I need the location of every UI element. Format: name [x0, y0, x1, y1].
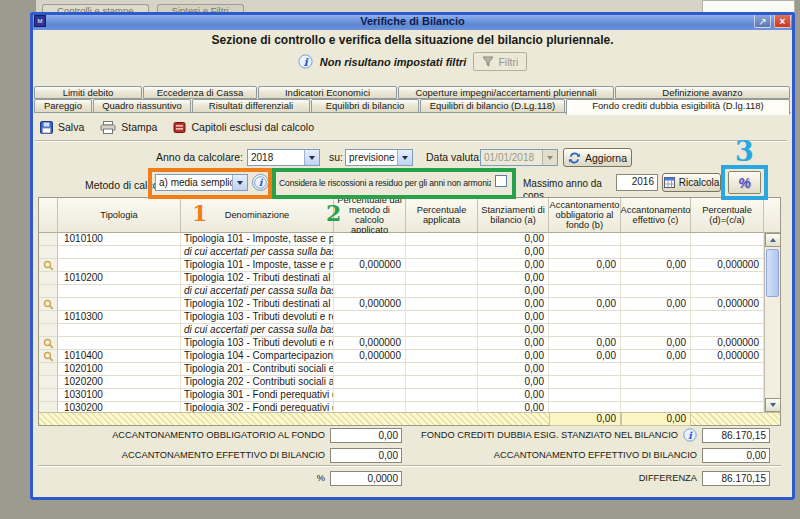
scroll-thumb[interactable]	[766, 249, 779, 297]
verifiche-di-bilancio-window: M Verifiche di Bilancio ↗ × Sezione di c…	[30, 12, 795, 500]
su-select[interactable]: previsione	[345, 149, 413, 166]
summary-value-field[interactable]: 0,00	[330, 428, 402, 443]
ricalcola-button[interactable]: Ricalcola	[662, 173, 721, 192]
value-cell	[621, 285, 691, 298]
tab[interactable]: Equilibri di bilancio (D.Lg.118)	[420, 99, 565, 113]
table-row[interactable]: 1010100Tipologia 101 - Imposte, tasse e …	[39, 233, 764, 246]
table-row[interactable]: di cui accertati per cassa sulla base de…	[39, 246, 764, 259]
column-header[interactable]: Percentuale applicata	[406, 198, 478, 233]
table-row[interactable]: di cui accertati per cassa sulla base de…	[39, 324, 764, 337]
table-row[interactable]: Tipologia 102 - Tributi destinati al fin…	[39, 298, 764, 311]
column-header[interactable]: Percentuale dal metodo di calcolo applic…	[334, 198, 406, 233]
value-cell	[549, 402, 621, 412]
table-row[interactable]: 1020100Tipologia 201 - Contributi social…	[39, 363, 764, 376]
column-header[interactable]: Tipologia	[58, 198, 181, 233]
value-cell	[691, 272, 764, 285]
aggiorna-button[interactable]: Aggiorna	[563, 148, 632, 167]
summary-value-field[interactable]: 0,00	[702, 448, 770, 463]
anno-da-calcolare-select[interactable]: 2018	[247, 149, 320, 166]
filter-status-row: i Non risultano impostati filtri Filtri	[30, 52, 795, 71]
annotation-number-2: 2	[326, 200, 341, 226]
tab[interactable]: Risultati differenziali	[192, 99, 310, 113]
row-icon-cell	[39, 311, 58, 324]
value-cell	[549, 233, 621, 246]
summary-value-field[interactable]: 0,00	[330, 448, 402, 463]
value-cell	[406, 337, 478, 350]
tipologia-cell: 1010100	[58, 233, 181, 246]
denominazione-cell: Tipologia 104 - Compartecipazioni di tri…	[181, 350, 334, 363]
value-cell: 0,00	[621, 298, 691, 311]
tipologia-cell	[58, 298, 181, 311]
value-cell	[334, 376, 406, 389]
value-cell: 0,00	[478, 376, 549, 389]
row-icon-cell	[39, 376, 58, 389]
table-row[interactable]: Tipologia 103 - Tributi devoluti e regol…	[39, 337, 764, 350]
tab[interactable]: Eccedenza di Cassa	[143, 86, 257, 99]
highlight-box-2	[272, 168, 516, 199]
tab[interactable]: Limiti debito	[34, 86, 142, 99]
value-cell	[691, 324, 764, 337]
value-cell	[406, 311, 478, 324]
tab[interactable]: Fondo crediti dubbia esigibilità (D.lg.1…	[566, 99, 790, 115]
value-cell: 0,000000	[691, 337, 764, 350]
scroll-down-button[interactable]	[765, 398, 781, 412]
screen: Controlli e stampeSintesi e Filtri M Ver…	[0, 0, 800, 519]
scroll-up-button[interactable]	[765, 233, 781, 247]
funnel-icon	[482, 56, 494, 67]
value-cell: 0,000000	[691, 350, 764, 363]
magnifier-icon[interactable]	[43, 299, 54, 310]
summary-value-field[interactable]: 86.170,15	[702, 428, 770, 443]
table-row[interactable]: 1030200Tipologia 302 - Fondi perequativi…	[39, 402, 764, 412]
table-row[interactable]: 1010300Tipologia 103 - Tributi devoluti …	[39, 311, 764, 324]
toolbar: Salva Stampa Capitoli esclusi dal calcol…	[40, 116, 330, 138]
value-cell: 0,00	[549, 259, 621, 272]
print-button[interactable]: Stampa	[100, 121, 157, 134]
tab[interactable]: Coperture impegni/accertamenti plurienna…	[398, 86, 614, 99]
row-icon-cell	[39, 272, 58, 285]
table-row[interactable]: 1020200Tipologia 202 - Contributi social…	[39, 376, 764, 389]
table-row[interactable]: 1010200Tipologia 102 - Tributi destinati…	[39, 272, 764, 285]
tab[interactable]: Quadro riassuntivo	[93, 99, 191, 113]
info-icon[interactable]: i	[683, 428, 697, 442]
save-button[interactable]: Salva	[40, 121, 84, 134]
tipologia-cell: 1020100	[58, 363, 181, 376]
fondo-crediti-table: TipologiaDenominazionePercentuale dal me…	[38, 197, 781, 426]
magnifier-icon[interactable]	[43, 260, 54, 271]
column-header[interactable]: Accantonamento obbligatorio al fondo (b)	[549, 198, 621, 233]
value-cell	[549, 246, 621, 259]
vertical-scrollbar[interactable]	[764, 233, 780, 412]
tab[interactable]: Pareggio	[34, 99, 92, 113]
section-heading: Sezione di controllo e verifica della si…	[30, 33, 795, 47]
filter-status-text: Non risultano impostati filtri	[320, 56, 467, 68]
summary-row: ACCANTONAMENTO OBBLIGATORIO AL FONDO0,00	[78, 427, 402, 443]
summary-label: ACCANTONAMENTO EFFETTIVO DI BILANCIO	[494, 450, 697, 460]
column-header[interactable]: Stanziamenti di bilancio (a)	[478, 198, 549, 233]
table-row[interactable]: Tipologia 101 - Imposte, tasse e provent…	[39, 259, 764, 272]
value-cell	[549, 272, 621, 285]
restore-button[interactable]: ↗	[754, 14, 771, 28]
close-button[interactable]: ×	[774, 14, 791, 28]
summary-value-field[interactable]: 0,0000	[330, 471, 402, 486]
summary-label: %	[317, 473, 325, 483]
denominazione-cell: Tipologia 103 - Tributi devoluti e regol…	[181, 311, 334, 324]
filtri-button[interactable]: Filtri	[473, 52, 527, 71]
value-cell	[549, 285, 621, 298]
value-cell: 0,000000	[691, 298, 764, 311]
tab[interactable]: Indicatori Economici	[258, 86, 397, 99]
table-row[interactable]: 1010400Tipologia 104 - Compartecipazioni…	[39, 350, 764, 363]
magnifier-icon[interactable]	[43, 351, 54, 362]
denominazione-cell: Tipologia 201 - Contributi sociali e pre…	[181, 363, 334, 376]
tab[interactable]: Equilibri di bilancio	[311, 99, 419, 113]
column-header[interactable]: Accantonamento effettivo (c)	[621, 198, 691, 233]
table-row[interactable]: 1030100Tipologia 301 - Fondi perequativi…	[39, 389, 764, 402]
refresh-icon	[568, 152, 581, 164]
summary-value-field[interactable]: 86.170,15	[702, 471, 770, 486]
title-bar[interactable]: M Verifiche di Bilancio ↗ ×	[30, 12, 795, 30]
tab[interactable]: Definizione avanzo	[615, 86, 790, 99]
column-header[interactable]: Percentuale (d)=(c/a)	[691, 198, 764, 233]
excluded-chapters-button[interactable]: Capitoli esclusi dal calcolo	[173, 121, 314, 134]
table-row[interactable]: di cui accertati per cassa sulla base de…	[39, 285, 764, 298]
tipologia-cell	[58, 324, 181, 337]
massimo-anno-field[interactable]: 2016	[616, 174, 658, 191]
magnifier-icon[interactable]	[43, 338, 54, 349]
